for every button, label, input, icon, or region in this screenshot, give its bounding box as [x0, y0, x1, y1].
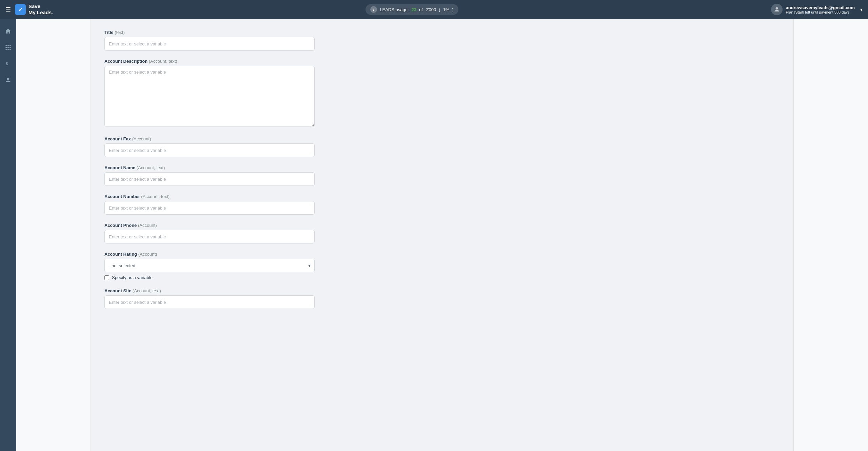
- account-rating-select-wrapper: - not selected - Hot Warm Cold ▾: [104, 259, 315, 272]
- leads-usage-badge: i LEADS usage: 23 of 2'000 (1%): [366, 4, 458, 15]
- logo-text: Save My Leads.: [28, 3, 53, 16]
- navbar-left: ☰ ✓ Save My Leads.: [5, 3, 53, 16]
- sidebar-item-account[interactable]: [1, 73, 15, 87]
- field-group-account-site: Account Site (Account, text): [104, 288, 315, 309]
- user-avatar-icon: [771, 4, 783, 15]
- field-group-account-number: Account Number (Account, text): [104, 194, 315, 215]
- content-area: Title (text) Account Description (Accoun…: [16, 19, 868, 451]
- main-content: Title (text) Account Description (Accoun…: [91, 19, 793, 451]
- svg-rect-4: [6, 47, 7, 48]
- main-layout: $ Title (text) Account: [0, 19, 868, 451]
- field-group-account-fax: Account Fax (Account): [104, 136, 315, 157]
- sidebar-item-flows[interactable]: [1, 41, 15, 54]
- svg-point-0: [775, 7, 778, 9]
- account-number-input[interactable]: [104, 201, 315, 215]
- field-label-account-name-sub: (Account, text): [137, 165, 165, 170]
- field-label-account-description-sub: (Account, text): [149, 59, 177, 64]
- specify-variable-label: Specify as a variable: [112, 275, 153, 280]
- field-label-account-site: Account Site (Account, text): [104, 288, 315, 293]
- user-info[interactable]: andrewsavemyleads@gmail.com Plan |Start|…: [771, 4, 863, 15]
- user-email: andrewsavemyleads@gmail.com: [786, 5, 855, 10]
- left-panel: [16, 19, 91, 451]
- user-details: andrewsavemyleads@gmail.com Plan |Start|…: [786, 5, 855, 14]
- leads-separator: of: [419, 7, 423, 12]
- field-label-account-phone: Account Phone (Account): [104, 223, 315, 228]
- field-label-account-number-sub: (Account, text): [141, 194, 170, 199]
- field-group-account-description: Account Description (Account, text): [104, 59, 315, 128]
- svg-point-11: [7, 78, 9, 80]
- account-phone-input[interactable]: [104, 230, 315, 243]
- svg-rect-3: [9, 45, 11, 46]
- field-label-account-rating: Account Rating (Account): [104, 252, 315, 257]
- field-label-account-description: Account Description (Account, text): [104, 59, 315, 64]
- leads-percent-val: 1%: [443, 7, 450, 12]
- specify-variable-checkbox[interactable]: [104, 275, 109, 280]
- field-label-account-fax: Account Fax (Account): [104, 136, 315, 141]
- field-group-title: Title (text): [104, 30, 315, 51]
- leads-usage-label: LEADS usage:: [380, 7, 409, 12]
- field-label-title-sub: (text): [115, 30, 125, 35]
- navbar: ☰ ✓ Save My Leads. i LEADS usage: 23 of …: [0, 0, 868, 19]
- user-plan: Plan |Start| left until payment 388 days: [786, 10, 855, 14]
- user-menu-chevron-icon[interactable]: ▾: [860, 7, 863, 12]
- field-label-account-rating-sub: (Account): [138, 252, 157, 257]
- logo-checkmark: ✓: [18, 6, 23, 13]
- variable-checkbox-row: Specify as a variable: [104, 275, 315, 280]
- account-name-input[interactable]: [104, 172, 315, 186]
- field-label-account-site-sub: (Account, text): [133, 288, 161, 293]
- svg-rect-5: [7, 47, 8, 48]
- svg-rect-6: [9, 47, 11, 48]
- field-group-account-rating: Account Rating (Account) - not selected …: [104, 252, 315, 280]
- leads-count: 23: [412, 7, 416, 12]
- svg-rect-8: [7, 49, 8, 50]
- logo-icon: ✓: [15, 4, 26, 15]
- field-group-account-phone: Account Phone (Account): [104, 223, 315, 243]
- svg-rect-1: [6, 45, 7, 46]
- leads-percent: (: [439, 7, 440, 12]
- leads-total: 2'000: [426, 7, 436, 12]
- right-panel: [793, 19, 868, 451]
- field-group-account-name: Account Name (Account, text): [104, 165, 315, 186]
- info-icon: i: [370, 6, 377, 13]
- logo: ✓ Save My Leads.: [15, 3, 53, 16]
- field-label-account-phone-sub: (Account): [138, 223, 157, 228]
- title-input[interactable]: [104, 37, 315, 51]
- field-label-account-fax-sub: (Account): [132, 136, 151, 141]
- account-fax-input[interactable]: [104, 143, 315, 157]
- field-label-account-number: Account Number (Account, text): [104, 194, 315, 199]
- navbar-center: i LEADS usage: 23 of 2'000 (1%): [366, 4, 458, 15]
- navbar-right: andrewsavemyleads@gmail.com Plan |Start|…: [771, 4, 863, 15]
- account-site-input[interactable]: [104, 295, 315, 309]
- svg-rect-2: [7, 45, 8, 46]
- sidebar-item-home[interactable]: [1, 24, 15, 38]
- account-rating-select[interactable]: - not selected - Hot Warm Cold: [104, 259, 315, 272]
- hamburger-menu-icon[interactable]: ☰: [5, 6, 11, 13]
- form-section: Title (text) Account Description (Accoun…: [104, 30, 315, 309]
- account-description-textarea[interactable]: [104, 66, 315, 127]
- field-label-title: Title (text): [104, 30, 315, 35]
- sidebar-item-billing[interactable]: $: [1, 57, 15, 71]
- field-label-account-name: Account Name (Account, text): [104, 165, 315, 170]
- svg-rect-7: [6, 49, 7, 50]
- sidebar: $: [0, 19, 16, 451]
- svg-rect-9: [9, 49, 11, 50]
- svg-text:$: $: [6, 61, 8, 66]
